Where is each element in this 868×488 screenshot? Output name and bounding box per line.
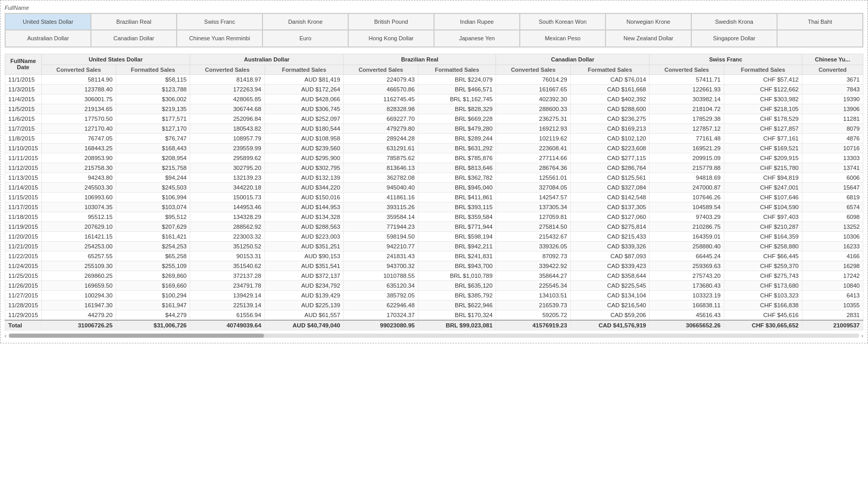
- cell-cad-fmt: CAD $169,213: [570, 123, 649, 133]
- cell-chf-conv: 259369.63: [649, 261, 724, 271]
- data-table-wrapper[interactable]: FullNameDate United States Dollar Austra…: [5, 54, 863, 330]
- cell-date: 11/3/2015: [5, 84, 42, 94]
- currency-cell-sek[interactable]: Swedish Krona: [691, 13, 777, 30]
- currency-cell-brl[interactable]: Brazilian Real: [91, 13, 177, 30]
- cell-brl-conv: 943700.32: [344, 261, 418, 271]
- cell-brl-conv: 289244.28: [344, 133, 418, 143]
- cell-aud-fmt: AUD $252,097: [265, 114, 344, 123]
- fullname-label: FullName: [5, 5, 863, 11]
- cell-cad-fmt: CAD $327,084: [570, 182, 649, 192]
- currency-cell-chf[interactable]: Swiss Franc: [177, 13, 262, 30]
- cell-total-usd-conv: 31006726.25: [41, 320, 116, 330]
- cell-aud-conv: 288562.92: [190, 222, 265, 231]
- cell-aud-conv: 172263.94: [190, 84, 265, 94]
- cell-chf-fmt: CHF $218,105: [724, 104, 802, 114]
- cell-brl-fmt: BRL $359,584: [418, 212, 496, 222]
- cell-aud-conv: 61556.94: [190, 310, 265, 320]
- table-row: 11/14/2015 245503.30 $245,503 344220.18 …: [5, 182, 863, 192]
- cell-cad-fmt: CAD $216,540: [570, 300, 649, 310]
- cell-aud-conv: 372137.28: [190, 271, 265, 280]
- scroll-left-icon[interactable]: ‹: [5, 333, 7, 339]
- currency-cell-krw[interactable]: South Korean Won: [520, 13, 606, 30]
- currency-cell-inr[interactable]: Indian Rupee: [434, 13, 520, 30]
- currency-cell-cad[interactable]: Canadian Dollar: [91, 30, 177, 46]
- currency-cell-hkd[interactable]: Hong Kong Dollar: [348, 30, 434, 46]
- cell-cad-fmt: CAD $277,115: [570, 153, 649, 163]
- cell-chf-conv: 218104.72: [649, 104, 724, 114]
- table-row: 11/4/2015 306001.75 $306,002 428065.85 A…: [5, 94, 863, 104]
- th-aud-conv: Converted Sales: [190, 65, 265, 74]
- currency-cell-nok[interactable]: Norwegian Krone: [606, 13, 691, 30]
- cell-cad-conv: 59205.72: [496, 310, 570, 320]
- cell-aud-fmt: AUD $81,419: [265, 74, 344, 84]
- cell-usd-conv: 161421.15: [41, 231, 116, 241]
- cell-usd-fmt: $94,244: [116, 172, 190, 182]
- cell-cad-conv: 277114.66: [496, 153, 570, 163]
- cell-brl-conv: 771944.23: [344, 222, 418, 231]
- table-row: 11/13/2015 94243.80 $94,244 132139.23 AU…: [5, 172, 863, 182]
- cell-brl-fmt: BRL $785,876: [418, 153, 496, 163]
- cell-chf-fmt: CHF $103,323: [724, 290, 802, 300]
- currency-cell-sgd[interactable]: Singapore Dollar: [691, 30, 777, 46]
- currency-cell-mxn[interactable]: Mexican Peso: [520, 30, 606, 46]
- cell-chf-conv: 173680.43: [649, 280, 724, 290]
- cell-cad-conv: 225545.34: [496, 280, 570, 290]
- cell-brl-fmt: BRL $289,244: [418, 133, 496, 143]
- cell-chf-conv: 97403.29: [649, 212, 724, 222]
- cell-chf-conv: 209915.09: [649, 153, 724, 163]
- scroll-bar[interactable]: [9, 334, 860, 338]
- cell-chf-conv: 103323.19: [649, 290, 724, 300]
- cell-aud-conv: 132139.23: [190, 172, 265, 182]
- cell-usd-fmt: $95,512: [116, 212, 190, 222]
- cell-cad-fmt: CAD $223,608: [570, 143, 649, 153]
- cell-chf-conv: 258880.40: [649, 241, 724, 251]
- currency-cell-nzd[interactable]: New Zealand Dollar: [606, 30, 691, 46]
- currency-selector: United States Dollar Brazilian Real Swis…: [5, 13, 863, 48]
- currency-cell-jpy[interactable]: Japanese Yen: [434, 30, 520, 46]
- currency-cell-thb[interactable]: Thai Baht: [777, 13, 863, 30]
- cell-chf-fmt: CHF $77,161: [724, 133, 802, 143]
- cell-brl-conv: 1010788.55: [344, 271, 418, 280]
- scroll-right-icon[interactable]: ›: [861, 333, 863, 339]
- cell-total-aud-conv: 40749039.64: [190, 320, 265, 330]
- currency-cell-aud[interactable]: Australian Dollar: [5, 30, 91, 46]
- currency-cell-gbp[interactable]: British Pound: [348, 13, 434, 30]
- cell-brl-conv: 945040.40: [344, 182, 418, 192]
- cell-usd-fmt: $161,947: [116, 300, 190, 310]
- cell-chf-conv: 169521.29: [649, 143, 724, 153]
- cell-chf-fmt: CHF $247,001: [724, 182, 802, 192]
- cell-cny-conv: 13252: [802, 222, 863, 231]
- cell-brl-fmt: BRL $942,211: [418, 241, 496, 251]
- cell-usd-fmt: $65,258: [116, 251, 190, 261]
- cell-aud-fmt: AUD $225,139: [265, 300, 344, 310]
- cell-chf-fmt: CHF $57,412: [724, 74, 802, 84]
- cell-cad-conv: 288600.33: [496, 104, 570, 114]
- cell-cad-conv: 358644.27: [496, 271, 570, 280]
- cell-brl-conv: 631291.61: [344, 143, 418, 153]
- table-row: 11/22/2015 65257.55 $65,258 90153.31 AUD…: [5, 251, 863, 261]
- cell-chf-fmt: CHF $258,880: [724, 241, 802, 251]
- main-container: FullName United States Dollar Brazilian …: [0, 0, 868, 343]
- cell-aud-fmt: AUD $150,016: [265, 192, 344, 202]
- cell-aud-conv: 302795.20: [190, 163, 265, 172]
- cell-aud-conv: 344220.18: [190, 182, 265, 192]
- currency-cell-cny[interactable]: Chinese Yuan Renminbi: [177, 30, 262, 46]
- cell-cny-conv: 13741: [802, 163, 863, 172]
- cell-usd-fmt: $177,571: [116, 114, 190, 123]
- table-row: 11/6/2015 177570.50 $177,571 252096.84 A…: [5, 114, 863, 123]
- cell-cad-fmt: CAD $286,764: [570, 163, 649, 172]
- cell-chf-conv: 122661.93: [649, 84, 724, 94]
- cell-usd-conv: 177570.50: [41, 114, 116, 123]
- cell-usd-conv: 254253.00: [41, 241, 116, 251]
- currency-cell-usd[interactable]: United States Dollar: [5, 13, 91, 30]
- cell-brl-conv: 635120.34: [344, 280, 418, 290]
- cell-brl-conv: 359584.14: [344, 212, 418, 222]
- cell-usd-conv: 65257.55: [41, 251, 116, 261]
- cell-chf-fmt: CHF $127,857: [724, 123, 802, 133]
- currency-cell-eur[interactable]: Euro: [262, 30, 348, 46]
- table-row: 11/19/2015 207629.10 $207,629 288562.92 …: [5, 222, 863, 231]
- cell-cad-fmt: CAD $102,120: [570, 133, 649, 143]
- table-row: 11/1/2015 58114.90 $58,115 81418.97 AUD …: [5, 74, 863, 84]
- cell-chf-fmt: CHF $215,780: [724, 163, 802, 172]
- currency-cell-dkk[interactable]: Danish Krone: [262, 13, 348, 30]
